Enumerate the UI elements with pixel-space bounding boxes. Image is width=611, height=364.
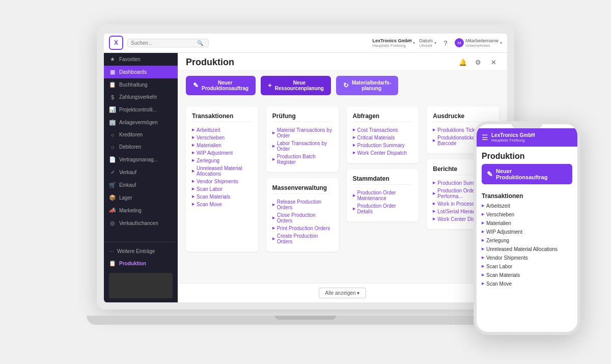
link-vendor-shipments[interactable]: Vendor Shipments — [192, 178, 252, 185]
link-scan-materials[interactable]: Scan Materials — [192, 193, 252, 201]
phone-link-zerlegung[interactable]: Zerlegung — [477, 236, 577, 245]
ausdrucke-title: Ausdrucke — [433, 113, 493, 122]
sidebar-item-lager[interactable]: 📦 Lager — [104, 191, 178, 204]
search-box[interactable]: 🔍 — [127, 39, 209, 47]
link-labor-tx-by-order[interactable]: Labor Transactions by Order — [272, 139, 332, 153]
scene: X 🔍 LexTronics GmbH Hauptsitz Freiburg ▾ — [84, 24, 527, 340]
link-unreleased-material-allocations[interactable]: Unreleased Material Allocations — [192, 164, 252, 178]
grid-icon: ⋯ — [109, 248, 114, 254]
header-actions: 🔔 ⚙ ✕ — [457, 57, 499, 68]
phone-link-scan-move[interactable]: Scan Move — [477, 279, 577, 288]
sales-icon: ✓ — [109, 169, 116, 176]
sidebar-bottom: ⋯ Weitere Einträge 📋 Produktion — [104, 242, 178, 302]
date-chevron-icon: ▾ — [434, 41, 436, 45]
phone-company-name: LexTronics GmbH — [491, 132, 535, 138]
user-chevron-icon: ▾ — [500, 41, 502, 45]
main-content: Produktion 🔔 ⚙ ✕ ✎ NeuerProduktion — [178, 53, 507, 302]
phone-header: ☰ LexTronics GmbH Hauptsitz Freiburg — [477, 128, 577, 147]
marketing-icon: 📣 — [109, 207, 116, 214]
phone-edit-icon: ✎ — [487, 170, 493, 178]
link-production-summary[interactable]: Production Summary — [353, 142, 413, 149]
sidebar-item-projektcontrolling[interactable]: 📊 Projektcontrolli... — [104, 103, 178, 116]
sidebar-item-marketing[interactable]: 📣 Marketing — [104, 204, 178, 217]
link-work-center-dispatch[interactable]: Work Center Dispatch — [353, 149, 413, 157]
link-production-batch-register[interactable]: Production Batch Register — [272, 153, 332, 166]
link-verschieben[interactable]: Verschieben — [192, 134, 252, 142]
massenverwaltung-section: Massenverwaltung Release Production Orde… — [266, 178, 339, 251]
link-material-tx-by-order[interactable]: Material Transactions by Order — [272, 126, 332, 139]
opportunities-icon: ◎ — [109, 220, 116, 227]
link-cost-transactions[interactable]: Cost Transactions — [353, 126, 413, 134]
col2: Prüfung Material Transactions by Order L… — [266, 106, 339, 251]
prufung-title: Prüfung — [272, 113, 332, 122]
phone-link-unreleased-material-allocations[interactable]: Unreleased Material Allocations — [477, 245, 577, 254]
sidebar-item-verkaufschancen[interactable]: ◎ Verkaufschancen — [104, 217, 178, 230]
phone-device: ☰ LexTronics GmbH Hauptsitz Freiburg Pro… — [474, 121, 580, 335]
project-icon: 📊 — [109, 106, 116, 113]
link-print-production-orders[interactable]: Print Production Orders — [272, 225, 332, 232]
sidebar-item-kreditoren[interactable]: ○ Kreditoren — [104, 129, 178, 141]
sidebar-item-favoriten[interactable]: ★ Favoriten — [104, 53, 178, 66]
phone-link-wip-adjustment[interactable]: WIP Adjustment — [477, 228, 577, 236]
more-entries-button[interactable]: ⋯ Weitere Einträge — [109, 246, 173, 256]
link-scan-move[interactable]: Scan Move — [192, 201, 252, 208]
sidebar-item-buchhaltung[interactable]: 📋 Buchhaltung — [104, 78, 178, 91]
phone-action-button[interactable]: ✎ NeuerProduktionsauftrag — [482, 164, 572, 184]
phone-page-title: Produktion — [477, 147, 577, 164]
edit-icon: ✎ — [193, 81, 199, 89]
notification-icon[interactable]: 🔔 — [457, 57, 468, 68]
link-arbeitszeit[interactable]: Arbeitszeit — [192, 126, 252, 134]
link-production-order-maintenance[interactable]: Production Order Maintenance — [353, 189, 413, 202]
link-close-production-orders[interactable]: Close Production Orders — [272, 211, 332, 225]
link-zerlegung[interactable]: Zerlegung — [192, 157, 252, 164]
phone-notch — [512, 124, 542, 128]
sidebar-item-dashboards[interactable]: ▦ Dashboards — [104, 66, 178, 78]
phone-menu-icon[interactable]: ☰ — [482, 133, 488, 142]
link-scan-labor[interactable]: Scan Labor — [192, 185, 252, 193]
new-resource-planning-button[interactable]: + NeueRessourcenplanung — [261, 76, 331, 95]
sidebar-item-produktion[interactable]: 📋 Produktion — [109, 258, 173, 269]
accounting-icon: 📋 — [109, 81, 116, 88]
link-create-production-orders[interactable]: Create Production Orders — [272, 232, 332, 245]
sidebar-item-zahlungsverkehr[interactable]: $ Zahlungsverkehr — [104, 91, 178, 103]
prufung-section: Prüfung Material Transactions by Order L… — [266, 106, 339, 172]
new-production-order-button[interactable]: ✎ NeuerProduktionsauftrag — [186, 76, 256, 95]
user-avatar: M — [455, 38, 464, 47]
sidebar-item-debitoren[interactable]: ○ Debitoren — [104, 141, 178, 153]
link-production-order-details[interactable]: Production Order Details — [353, 202, 413, 215]
sidebar-item-einkauf[interactable]: 🛒 Einkauf — [104, 179, 178, 191]
phone-link-arbeitszeit[interactable]: Arbeitszeit — [477, 202, 577, 210]
close-icon[interactable]: ✕ — [488, 57, 499, 68]
phone-link-materialien[interactable]: Materialien — [477, 219, 577, 228]
sidebar-item-vertragsmanag[interactable]: 📄 Vertragsmanag... — [104, 153, 178, 166]
link-materialien[interactable]: Materialien — [192, 142, 252, 149]
phone-link-scan-materials[interactable]: Scan Materials — [477, 271, 577, 279]
phone-link-vendor-shipments[interactable]: Vendor Shipments — [477, 254, 577, 262]
warehouse-icon: 📦 — [109, 194, 116, 201]
company-sub: Hauptsitz Freiburg — [372, 43, 411, 48]
date-selector[interactable]: Datum Uhrzeit ▾ — [419, 38, 436, 48]
time-label: Uhrzeit — [419, 43, 433, 48]
search-icon: 🔍 — [197, 40, 203, 46]
settings-icon[interactable]: ⚙ — [473, 57, 484, 68]
star-icon: ★ — [109, 56, 116, 63]
show-all-button[interactable]: Alle anzeigen ▾ — [319, 288, 367, 298]
creditors-icon: ○ — [109, 132, 116, 138]
action-buttons: ✎ NeuerProduktionsauftrag + NeueRessourc… — [178, 71, 507, 100]
debtors-icon: ○ — [109, 144, 116, 150]
app-logo: X — [109, 36, 123, 50]
help-button[interactable]: ? — [440, 38, 451, 48]
sidebar-item-anlagevermogen[interactable]: 🏢 Anlagevermögen — [104, 116, 178, 129]
user-info[interactable]: M Mitarbeitername Unternehmen ▾ — [455, 38, 502, 48]
link-release-production-orders[interactable]: Release Production Orders — [272, 198, 332, 211]
company-selector[interactable]: LexTronics GmbH Hauptsitz Freiburg ▾ — [372, 38, 415, 48]
stammdaten-section: Stammdaten Production Order Maintenance … — [347, 169, 419, 221]
search-input[interactable] — [131, 40, 197, 46]
link-critical-materials[interactable]: Critical Materials — [353, 134, 413, 142]
sidebar-item-verkauf[interactable]: ✓ Verkauf — [104, 166, 178, 179]
abfragen-title: Abfragen — [353, 113, 413, 122]
link-wip-adjustment[interactable]: WIP Adjustment — [192, 149, 252, 157]
material-planning-button[interactable]: ↻ Materialbedarfs-planung — [336, 76, 398, 95]
phone-link-scan-labor[interactable]: Scan Labor — [477, 262, 577, 271]
phone-link-verschieben[interactable]: Verschieben — [477, 210, 577, 219]
